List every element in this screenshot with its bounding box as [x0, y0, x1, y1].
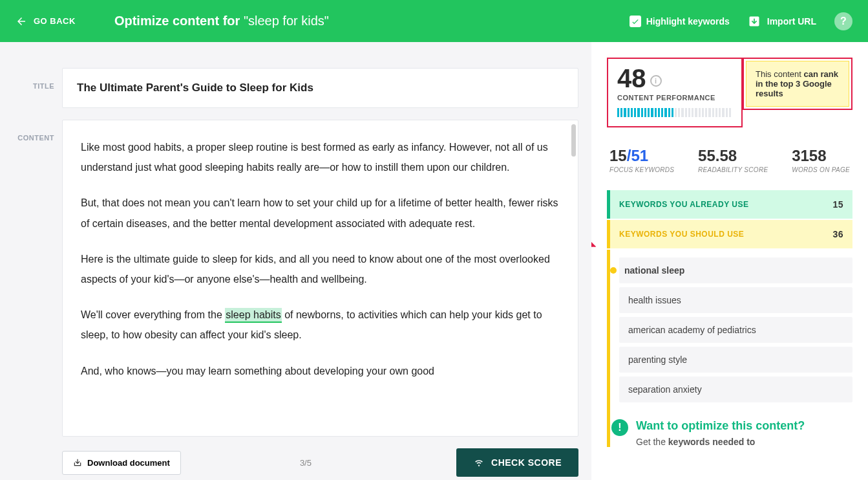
keywords-should-use-header[interactable]: KEYWORDS YOU SHOULD USE 36	[607, 220, 852, 248]
title-label: TITLE	[16, 68, 62, 90]
keywords-should-use-list: national sleep health issues american ac…	[607, 250, 852, 413]
keyword-item[interactable]: national sleep	[619, 257, 852, 283]
content-editor[interactable]: Like most good habits, a proper sleep ro…	[62, 120, 578, 437]
dot-icon	[610, 267, 617, 274]
keyword-item[interactable]: parenting style	[619, 347, 852, 373]
editor-pane: TITLE The Ultimate Parent's Guide to Sle…	[0, 42, 591, 480]
optimize-cta: ! Want to optimize this content? Get the…	[607, 413, 852, 447]
highlighted-keyword: sleep habits	[225, 308, 281, 323]
cta-text: Get the keywords needed to	[636, 437, 805, 447]
words-stat: 3158 WORDS ON PAGE	[792, 147, 850, 173]
score-value: 48	[617, 65, 646, 91]
go-back-button[interactable]: GO BACK	[16, 16, 76, 27]
scrollbar[interactable]	[571, 124, 576, 157]
score-label: CONTENT PERFORMANCE	[617, 94, 732, 102]
checkbox-checked-icon	[630, 16, 641, 27]
insights-pane: 48 i CONTENT PERFORMANCE This content ca…	[591, 42, 868, 480]
content-paragraph: But, that does not mean you can't learn …	[81, 193, 560, 233]
top-bar: GO BACK Optimize content for "sleep for …	[0, 0, 868, 42]
content-paragraph: Here is the ultimate guide to sleep for …	[81, 249, 560, 289]
help-button[interactable]: ?	[834, 12, 852, 30]
svg-line-0	[591, 231, 595, 246]
focus-keywords-stat: 15/51 FOCUS KEYWORDS	[609, 147, 674, 173]
keyword-item[interactable]: separation anxiety	[619, 376, 852, 402]
highlight-keywords-toggle[interactable]: Highlight keywords	[630, 16, 730, 27]
go-back-label: GO BACK	[34, 16, 76, 26]
content-paragraph: Like most good habits, a proper sleep ro…	[81, 137, 560, 177]
import-url-button[interactable]: Import URL	[748, 15, 816, 28]
keyword-item[interactable]: american academy of pediatrics	[619, 317, 852, 343]
check-score-button[interactable]: CHECK SCORE	[456, 448, 578, 477]
wifi-icon	[473, 458, 485, 467]
content-paragraph: We'll cover everything from the sleep ha…	[81, 305, 560, 345]
readability-stat: 55.58 READABILITY SCORE	[698, 147, 768, 173]
page-title: Optimize content for "sleep for kids"	[114, 14, 329, 28]
arrow-left-icon	[16, 16, 27, 27]
score-progress-bar	[617, 108, 732, 117]
keywords-already-use-header[interactable]: KEYWORDS YOU ALREADY USE 15	[607, 190, 852, 219]
download-document-button[interactable]: Download document	[62, 451, 181, 475]
title-input[interactable]: The Ultimate Parent's Guide to Sleep for…	[62, 68, 578, 108]
arrow-annotation-icon	[591, 227, 600, 253]
cta-title: Want to optimize this content?	[636, 419, 805, 433]
content-label: CONTENT	[16, 120, 62, 142]
keyword-item[interactable]: health issues	[619, 287, 852, 313]
info-icon[interactable]: i	[650, 75, 662, 87]
download-icon	[73, 458, 82, 467]
import-icon	[748, 15, 761, 28]
content-performance-box: 48 i CONTENT PERFORMANCE	[607, 58, 743, 127]
content-paragraph: And, who knows—you may learn something a…	[81, 361, 560, 381]
rank-prediction-box: This content can rank in the top 3 Googl…	[743, 58, 852, 110]
page-indicator: 3/5	[300, 458, 312, 468]
exclamation-icon: !	[611, 419, 628, 436]
